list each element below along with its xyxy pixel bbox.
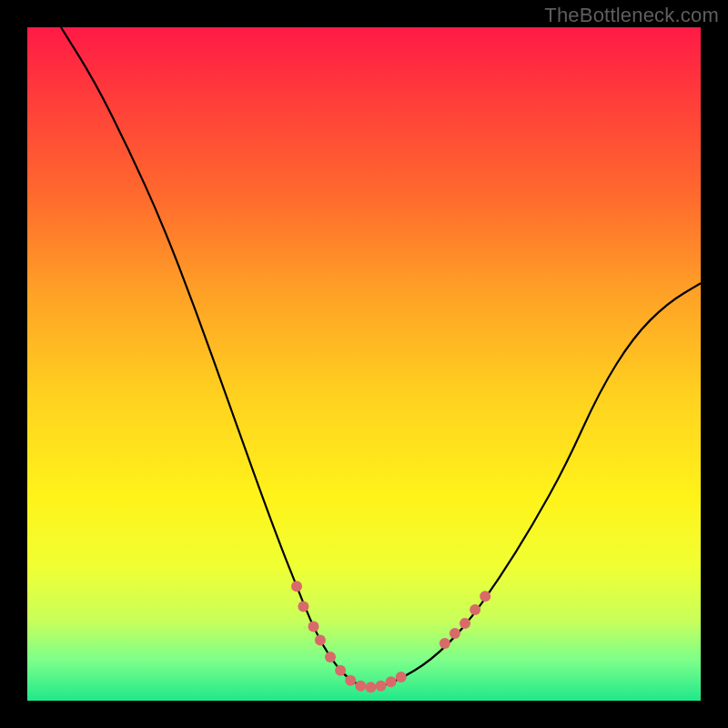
marker-dot	[308, 622, 319, 632]
bottleneck-curve	[61, 27, 701, 687]
chart-overlay	[27, 27, 701, 701]
attribution-label: TheBottleneck.com	[544, 4, 719, 27]
marker-dot	[365, 682, 376, 693]
markers-group	[291, 581, 490, 693]
marker-dot	[460, 618, 470, 629]
marker-dot	[335, 665, 346, 676]
marker-dot	[315, 634, 326, 645]
marker-dot	[386, 676, 397, 687]
marker-dot	[355, 681, 366, 692]
marker-dot	[470, 604, 480, 615]
marker-dot	[450, 628, 460, 639]
marker-dot	[480, 591, 490, 602]
marker-dot	[345, 675, 356, 686]
plot-area	[27, 27, 701, 701]
marker-dot	[440, 638, 450, 649]
marker-dot	[291, 581, 302, 592]
marker-dot	[376, 681, 387, 692]
marker-dot	[325, 652, 336, 662]
marker-dot	[298, 601, 308, 612]
marker-dot	[396, 672, 407, 682]
chart-frame: TheBottleneck.com	[0, 0, 728, 728]
